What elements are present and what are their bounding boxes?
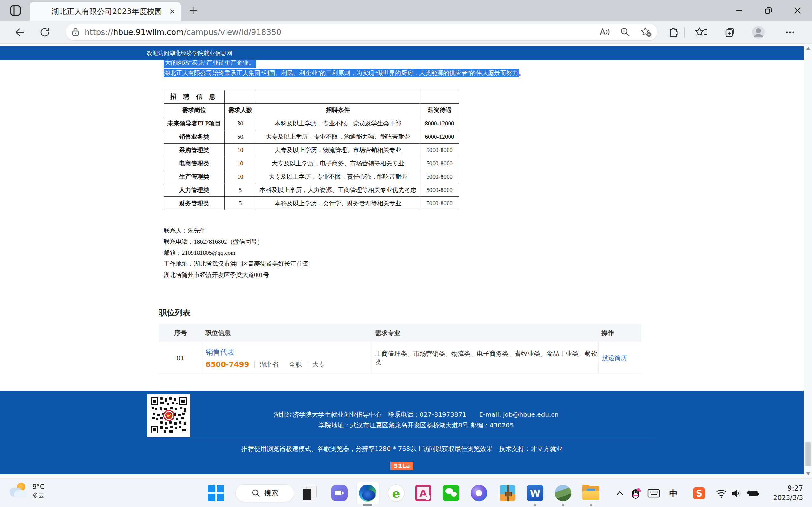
- tab-close-icon[interactable]: [168, 7, 176, 15]
- col-header-majors: 需求专业: [372, 329, 598, 337]
- search-label: 搜索: [264, 488, 278, 498]
- browser-toolbar: https://hbue.91wllm.com/campus/view/id/9…: [0, 20, 812, 44]
- back-icon[interactable]: [11, 25, 26, 40]
- contact-email: 邮箱：2109181805@qq.com: [164, 247, 308, 258]
- col-header-info: 职位信息: [202, 329, 372, 337]
- read-aloud-icon[interactable]: [599, 27, 610, 37]
- page-scrollbar[interactable]: [804, 44, 812, 478]
- table-row: 人力管理类 5 本科及以上学历，人力资源、工商管理等相关专业优先考虑 5000-…: [164, 183, 459, 197]
- search-icon: [252, 489, 260, 498]
- profile-avatar[interactable]: [751, 25, 766, 40]
- site-banner: 欢迎访问湖北经济学院就业信息网: [0, 46, 804, 60]
- job-location: 湖北省: [260, 360, 279, 369]
- copilot-app-icon[interactable]: [470, 485, 488, 502]
- footer-notice-line: 推荐使用浏览器极速模式、谷歌浏览器，分辨率1280 * 768以上访问以获取最佳…: [0, 445, 804, 453]
- address-bar[interactable]: https://hbue.91wllm.com/campus/view/id/9…: [66, 24, 657, 40]
- wechat-app-icon[interactable]: [443, 485, 460, 502]
- contact-info: 联系人：朱先生 联系电话：18627816802（微信同号） 邮箱：210918…: [164, 225, 308, 280]
- scroll-down-arrow[interactable]: [806, 472, 810, 475]
- table-row: 生产管理类 10 大专及以上学历，专业不限，责任心强，能吃苦耐劳 5000-80…: [164, 170, 459, 183]
- footer-divider: [147, 437, 655, 437]
- table-row: 销售业务类 50 大专及以上学历，专业不限，沟通能力强、能吃苦耐劳 6000-1…: [164, 130, 459, 144]
- lock-icon[interactable]: [71, 27, 80, 37]
- weather-condition: 多云: [32, 491, 45, 500]
- edge-running-indicator: [363, 504, 372, 506]
- table-title-row: 招 聘 信 息: [164, 90, 459, 104]
- job-type: 全职: [289, 360, 302, 369]
- job-list-header-row: 序号 职位信息 需求专业 操作: [159, 324, 641, 342]
- zip-app-icon[interactable]: [499, 485, 516, 502]
- touch-keyboard-icon[interactable]: [647, 487, 661, 500]
- sogou-tray-icon[interactable]: S: [692, 487, 706, 500]
- weather-widget[interactable]: 9°C 多云: [9, 482, 45, 500]
- close-button[interactable]: [783, 0, 812, 20]
- ime-indicator[interactable]: 中: [666, 487, 680, 500]
- tray-chevron-icon[interactable]: [613, 487, 627, 500]
- minimize-button[interactable]: [724, 0, 754, 20]
- favorites-icon[interactable]: [694, 25, 709, 40]
- job-list-table: 序号 职位信息 需求专业 操作 01 销售代表 6500-7499 湖北省 全职…: [159, 324, 641, 374]
- clock-widget[interactable]: 9:27 2023/3/3: [773, 483, 803, 503]
- taskbar-search[interactable]: 搜索: [235, 484, 294, 502]
- contact-address-1: 工作地址：湖北省武汉市洪山区青菱街道美好长江首玺: [164, 258, 308, 269]
- extensions-icon[interactable]: [666, 25, 681, 40]
- word-app-icon[interactable]: W: [526, 485, 544, 502]
- clock-time: 9:27: [773, 483, 803, 493]
- workspaces-icon[interactable]: [9, 4, 21, 16]
- qq-tray-icon[interactable]: [629, 487, 643, 500]
- meta-separator: [284, 361, 284, 368]
- col-header-no: 序号: [159, 329, 202, 337]
- file-explorer-icon[interactable]: [582, 485, 600, 502]
- scroll-up-arrow[interactable]: [806, 47, 810, 50]
- table-row: 采购管理类 10 大专及以上学历，物流管理、市场营销相关专业 5000-8000: [164, 144, 459, 157]
- tab-title: 湖北正大有限公司2023年度校园: [51, 6, 167, 16]
- apply-resume-link[interactable]: 投递简历: [598, 342, 641, 374]
- job-list-heading: 职位列表: [159, 307, 191, 318]
- job-row[interactable]: 01 销售代表 6500-7499 湖北省 全职 大专 工商管理类、市场营销类、…: [159, 342, 641, 374]
- restore-button[interactable]: [754, 0, 783, 20]
- photos-app-icon[interactable]: [554, 485, 571, 502]
- add-favorite-icon[interactable]: [640, 26, 652, 38]
- url-scheme: https://: [85, 27, 113, 37]
- explorer-running-indicator: [590, 504, 592, 506]
- table-row: 电商管理类 10 大专及以上学历，电子商务、市场营销等相关专业 5000-800…: [164, 157, 459, 170]
- scrollbar-thumb[interactable]: [805, 442, 811, 466]
- job-info-cell: 销售代表 6500-7499 湖北省 全职 大专: [202, 342, 372, 374]
- meta-separator: [307, 361, 307, 368]
- window-controls: [724, 0, 812, 20]
- browser-tab[interactable]: 湖北正大有限公司2023年度校园: [30, 2, 181, 20]
- start-button[interactable]: [208, 485, 224, 501]
- zoom-out-icon[interactable]: [620, 26, 630, 38]
- 360-browser-icon[interactable]: e: [388, 485, 405, 502]
- table-title: 招 聘 信 息: [164, 90, 224, 104]
- job-title-link[interactable]: 销售代表: [206, 347, 235, 357]
- footer-address-line: 学院地址：武汉市江夏区藏龙岛开发区杨桥湖大道8号 邮编：430205: [0, 421, 804, 430]
- task-view-button[interactable]: [301, 485, 318, 502]
- address-bar-actions: [599, 26, 652, 38]
- contact-address-2: 湖北省随州市经济开发区季梁大道001号: [164, 269, 308, 280]
- browser-titlebar: 湖北正大有限公司2023年度校园: [0, 0, 812, 20]
- contact-person: 联系人：朱先生: [164, 225, 308, 236]
- new-tab-button[interactable]: [188, 5, 199, 16]
- job-salary: 6500-7499: [206, 360, 249, 369]
- job-meta: 6500-7499 湖北省 全职 大专: [206, 360, 325, 369]
- page-content: 欢迎访问湖北经济学院就业信息网 大的肉鸡“泰龙”产业链生产企业。 湖北正大有限公…: [0, 44, 804, 478]
- job-majors: 工商管理类、市场营销类、物流类、电子商务类、畜牧业类、食品工业类、餐饮类: [372, 342, 598, 374]
- battery-icon[interactable]: [746, 487, 760, 500]
- wifi-icon[interactable]: [714, 487, 728, 500]
- photos-running-indicator: [562, 504, 564, 506]
- chat-app-icon[interactable]: [331, 485, 348, 502]
- url-text: https://hbue.91wllm.com/campus/view/id/9…: [85, 27, 593, 37]
- access-app-icon[interactable]: A: [415, 485, 432, 502]
- weather-temp: 9°C: [32, 483, 45, 491]
- url-host: hbue.91wllm.com: [113, 27, 184, 37]
- url-path: /campus/view/id/918350: [184, 27, 281, 37]
- volume-icon[interactable]: [729, 487, 744, 500]
- settings-menu-icon[interactable]: [783, 25, 798, 40]
- refresh-icon[interactable]: [38, 25, 52, 40]
- col-header-action: 操作: [598, 329, 641, 337]
- edge-app-icon[interactable]: [359, 485, 376, 502]
- toolbar-separator: [684, 27, 685, 38]
- collections-icon[interactable]: [722, 25, 737, 40]
- analytics-badge[interactable]: 51La: [0, 462, 804, 470]
